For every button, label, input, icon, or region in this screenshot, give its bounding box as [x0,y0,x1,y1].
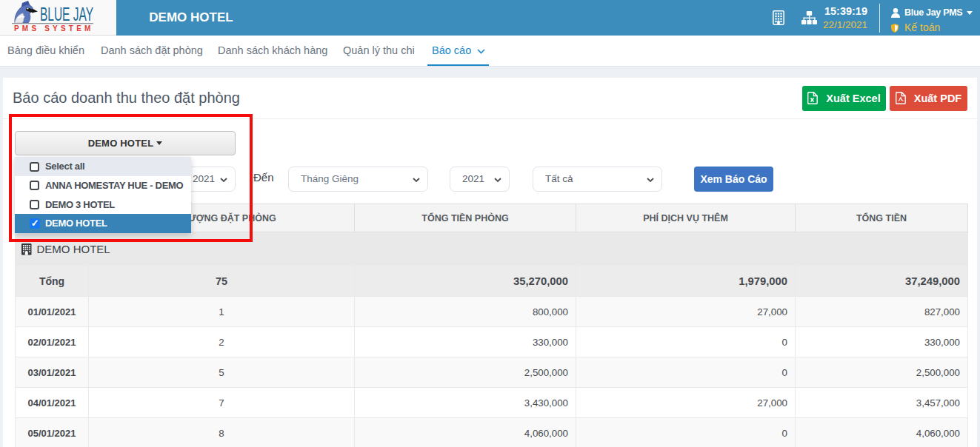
svg-text:BLUE JAY: BLUE JAY [40,3,93,25]
svg-text:PMS SYSTEM: PMS SYSTEM [14,24,94,33]
